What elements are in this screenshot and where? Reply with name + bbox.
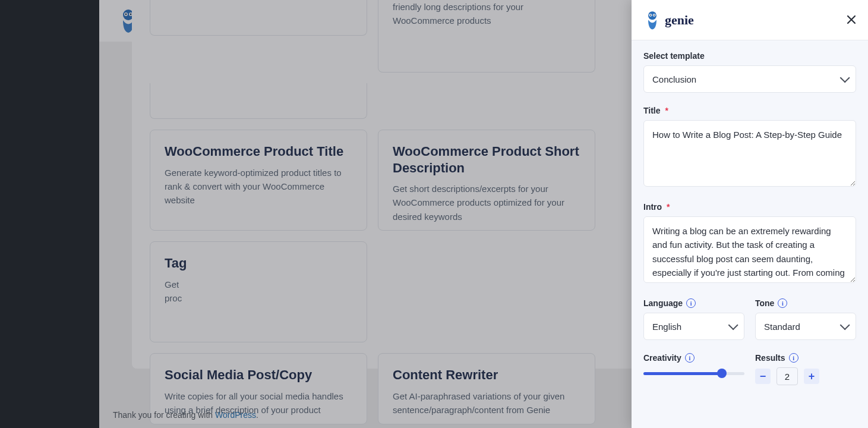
creativity-label: Creativity: [643, 353, 681, 363]
template-select[interactable]: Conclusion: [643, 65, 856, 93]
card-title: Social Media Post/Copy: [165, 367, 352, 383]
template-card-woo-long-desc[interactable]: friendly long descriptions for your WooC…: [378, 0, 595, 73]
template-card-rewriter[interactable]: Content Rewriter Get AI-paraphrased vari…: [378, 353, 595, 424]
svg-point-4: [130, 14, 132, 15]
card-desc: Get AI-paraphrased variations of your gi…: [393, 389, 580, 417]
card-desc: Get proc: [165, 278, 352, 306]
results-value[interactable]: 2: [777, 367, 798, 385]
wp-admin-sidebar[interactable]: [0, 0, 99, 428]
field-title: Title*: [643, 106, 856, 189]
wordpress-link[interactable]: WordPress: [215, 410, 256, 420]
genie-icon: [643, 10, 661, 30]
svg-point-9: [654, 14, 655, 15]
creativity-slider[interactable]: [643, 367, 744, 379]
required-mark: *: [665, 106, 668, 115]
results-label: Results: [755, 353, 785, 363]
card-title: Tag: [165, 255, 352, 272]
language-value: English: [652, 322, 681, 332]
panel-logo: genie: [643, 10, 694, 30]
template-card-partial-right[interactable]: [150, 83, 367, 119]
title-label: Title: [643, 106, 661, 115]
language-select[interactable]: English: [643, 313, 744, 340]
close-button[interactable]: [847, 14, 856, 27]
intro-label: Intro: [643, 202, 662, 212]
footer-text-b: .: [256, 410, 258, 420]
card-desc: Generate keyword-optimized product title…: [165, 166, 352, 207]
chevron-down-icon: [840, 73, 850, 83]
results-decrement[interactable]: −: [755, 369, 771, 384]
info-icon[interactable]: i: [685, 353, 695, 363]
info-icon[interactable]: i: [778, 298, 787, 308]
template-select-value: Conclusion: [652, 74, 696, 84]
card-title: WooCommerce Product Title: [165, 143, 352, 160]
field-intro: Intro*: [643, 202, 856, 285]
tone-select[interactable]: Standard: [755, 313, 856, 340]
footer-text-a: Thank you for creating with: [113, 410, 215, 420]
required-mark: *: [667, 202, 670, 212]
row-lang-tone: Language i English Tone i Standard: [643, 298, 856, 340]
field-results: Results i − 2 +: [755, 353, 856, 385]
tone-label: Tone: [755, 298, 774, 308]
select-template-label: Select template: [643, 51, 856, 61]
card-title: WooCommerce Product Short Description: [393, 143, 580, 176]
tone-value: Standard: [764, 322, 800, 332]
template-card-woo-short[interactable]: WooCommerce Product Short Description Ge…: [378, 130, 595, 231]
genie-side-panel: genie Select template Conclusion Title* …: [632, 0, 868, 428]
template-card-woo-title[interactable]: WooCommerce Product Title Generate keywo…: [150, 130, 367, 231]
language-label: Language: [643, 298, 683, 308]
field-language: Language i English: [643, 298, 744, 340]
svg-point-3: [125, 14, 127, 15]
card-desc: Get short descriptions/excerpts for your…: [393, 182, 580, 224]
results-increment[interactable]: +: [804, 369, 819, 384]
field-creativity: Creativity i: [643, 353, 744, 385]
chevron-down-icon: [728, 320, 738, 330]
field-tone: Tone i Standard: [755, 298, 856, 340]
panel-header: genie: [632, 0, 868, 40]
intro-input[interactable]: [643, 216, 856, 283]
close-icon: [847, 15, 856, 24]
chevron-down-icon: [840, 320, 850, 330]
svg-point-8: [650, 14, 651, 15]
info-icon[interactable]: i: [686, 298, 696, 308]
panel-body: Select template Conclusion Title* Intro*…: [632, 40, 868, 428]
card-desc: friendly long descriptions for your WooC…: [393, 0, 580, 28]
template-card-tagline[interactable]: Tag Get proc: [150, 241, 367, 342]
row-creativity-results: Creativity i Results i − 2 +: [643, 353, 856, 385]
info-icon[interactable]: i: [789, 353, 798, 363]
field-select-template: Select template Conclusion: [643, 51, 856, 93]
template-card-partial-left[interactable]: [150, 0, 367, 36]
panel-brand: genie: [665, 12, 694, 28]
title-input[interactable]: [643, 120, 856, 187]
footer-credit: Thank you for creating with WordPress.: [113, 410, 258, 420]
card-title: Content Rewriter: [393, 367, 580, 383]
slider-thumb[interactable]: [717, 369, 727, 378]
